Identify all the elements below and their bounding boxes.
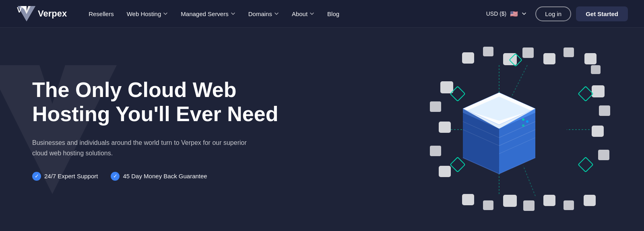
flag-icon: 🇺🇸	[510, 9, 518, 18]
chevron-down-icon	[231, 11, 235, 16]
chevron-down-icon	[163, 11, 168, 16]
svg-rect-12	[591, 65, 601, 74]
svg-rect-14	[430, 101, 441, 112]
nav-item-web-hosting[interactable]: Web Hosting	[121, 7, 174, 21]
server-svg	[386, 41, 612, 218]
nav-right: USD ($) 🇺🇸 Log in Get Started	[482, 6, 628, 21]
svg-rect-26	[543, 195, 555, 206]
svg-rect-18	[592, 85, 605, 97]
check-icon: ✓	[111, 172, 120, 181]
nav-item-resellers[interactable]: Resellers	[83, 7, 120, 21]
svg-line-39	[523, 166, 535, 196]
check-icon: ✓	[32, 172, 41, 181]
hero-badges: ✓ 24/7 Expert Support ✓ 45 Day Money Bac…	[32, 172, 306, 181]
chevron-down-icon	[522, 11, 526, 16]
svg-point-53	[522, 118, 524, 121]
get-started-button[interactable]: Get Started	[576, 6, 628, 21]
svg-line-35	[511, 65, 527, 97]
hero-subtitle: Businesses and individuals around the wo…	[32, 138, 258, 159]
hero-content: The Only Cloud Web Hosting You'll Ever N…	[32, 78, 306, 180]
currency-selector[interactable]: USD ($) 🇺🇸	[482, 7, 531, 21]
svg-rect-16	[430, 146, 441, 156]
svg-rect-22	[462, 194, 474, 205]
chevron-down-icon	[310, 11, 314, 16]
nav-item-domains[interactable]: Domains	[243, 7, 285, 21]
svg-rect-15	[439, 122, 451, 133]
hero-title: The Only Cloud Web Hosting You'll Ever N…	[32, 78, 306, 126]
svg-rect-24	[503, 195, 517, 207]
nav-item-about[interactable]: About	[286, 7, 320, 21]
svg-rect-17	[439, 166, 451, 177]
svg-rect-6	[483, 47, 493, 56]
svg-rect-31	[578, 86, 593, 101]
badge-guarantee: ✓ 45 Day Money Back Guarantee	[111, 172, 207, 181]
navbar: V Verpex Resellers Web Hosting Managed S…	[0, 0, 644, 28]
login-button[interactable]: Log in	[535, 6, 571, 21]
svg-rect-23	[483, 200, 493, 210]
badge-guarantee-text: 45 Day Money Back Guarantee	[123, 173, 207, 179]
nav-item-blog[interactable]: Blog	[322, 7, 345, 21]
svg-point-55	[522, 124, 524, 127]
svg-rect-11	[584, 53, 597, 64]
logo[interactable]: V Verpex	[16, 5, 67, 22]
chevron-down-icon	[274, 11, 279, 16]
badge-support: ✓ 24/7 Expert Support	[32, 172, 98, 181]
currency-label: USD ($)	[486, 10, 507, 17]
svg-rect-13	[440, 81, 453, 93]
svg-rect-5	[462, 52, 474, 64]
svg-rect-9	[543, 53, 555, 64]
svg-rect-25	[523, 200, 535, 211]
svg-text:V: V	[17, 6, 22, 14]
svg-rect-30	[450, 157, 465, 172]
nav-item-managed-servers[interactable]: Managed Servers	[175, 7, 241, 21]
hero-section: The Only Cloud Web Hosting You'll Ever N…	[0, 28, 644, 231]
svg-rect-27	[564, 200, 574, 210]
badge-support-text: 24/7 Expert Support	[44, 173, 98, 179]
svg-rect-28	[584, 195, 596, 206]
svg-rect-21	[598, 150, 609, 160]
svg-rect-19	[599, 105, 610, 116]
nav-links: Resellers Web Hosting Managed Servers Do…	[83, 7, 482, 21]
svg-rect-32	[578, 157, 593, 172]
svg-rect-20	[592, 126, 604, 137]
brand-name: Verpex	[38, 8, 67, 19]
svg-point-54	[526, 120, 528, 123]
svg-rect-10	[564, 47, 574, 57]
svg-rect-8	[522, 47, 534, 58]
server-illustration	[386, 41, 612, 218]
